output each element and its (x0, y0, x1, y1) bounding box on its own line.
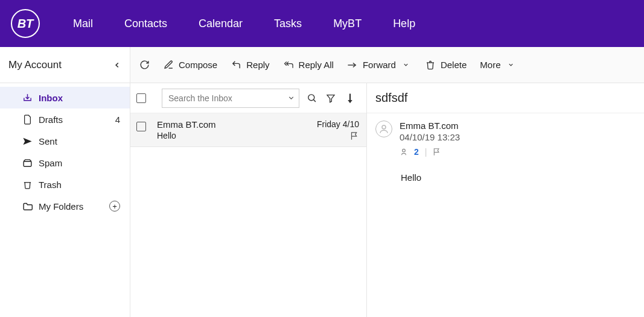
reply-label: Reply (246, 60, 269, 70)
preview-pane: sdfsdf Emma BT.com 04/10/19 13:23 2 | (367, 83, 644, 317)
svg-point-9 (382, 125, 386, 129)
mail-toolbar: Compose Reply Reply All Forward (130, 47, 644, 83)
delete-button[interactable]: Delete (425, 60, 467, 71)
message-row[interactable]: Emma BT.com Hello Friday 4/10 (130, 113, 366, 147)
svg-marker-2 (23, 137, 31, 144)
drafts-icon (22, 115, 33, 125)
compose-button[interactable]: Compose (163, 60, 217, 71)
sent-icon (22, 137, 33, 146)
chevron-left-icon (113, 61, 121, 69)
inbox-icon (22, 93, 33, 103)
message-subject: Hello (157, 131, 317, 140)
svg-rect-3 (24, 161, 31, 166)
preview-datetime: 04/10/19 13:23 (400, 132, 460, 142)
compose-label: Compose (179, 60, 217, 70)
message-date: Friday 4/10 (317, 119, 359, 129)
nav-help[interactable]: Help (393, 17, 415, 30)
search-placeholder: Search the Inbox (168, 93, 232, 103)
svg-point-10 (403, 149, 406, 152)
folder-label: My Folders (39, 201, 83, 212)
svg-point-4 (308, 95, 314, 101)
message-list: Search the Inbox Emma BT.com Hello (130, 83, 367, 317)
refresh-icon (139, 60, 150, 71)
spam-icon (22, 158, 33, 168)
nav-contacts[interactable]: Contacts (124, 17, 167, 30)
preview-meta: Emma BT.com 04/10/19 13:23 2 | (367, 113, 644, 157)
bt-logo[interactable]: BT (11, 9, 40, 38)
avatar-icon (375, 121, 392, 137)
forward-label: Forward (363, 60, 396, 70)
folder-inbox[interactable]: Inbox (0, 87, 130, 108)
account-dropdown[interactable]: My Account (0, 47, 130, 83)
reply-button[interactable]: Reply (231, 60, 269, 71)
refresh-button[interactable] (139, 60, 150, 71)
nav-mail[interactable]: Mail (73, 17, 93, 30)
chevron-down-icon (505, 60, 516, 71)
trash-icon (22, 180, 33, 190)
message-sender: Emma BT.com (157, 119, 317, 130)
nav-calendar[interactable]: Calendar (199, 17, 243, 30)
search-input[interactable]: Search the Inbox (162, 89, 299, 108)
folder-icon (22, 202, 33, 211)
flag-icon[interactable] (350, 131, 359, 140)
more-button[interactable]: More (480, 60, 516, 71)
folder-sidebar: Inbox Drafts 4 Sent Spam Trash (0, 83, 130, 317)
flag-icon[interactable] (433, 148, 441, 156)
compose-icon (163, 60, 174, 71)
forward-button[interactable]: Forward (347, 60, 412, 71)
search-button[interactable] (304, 91, 319, 105)
select-all-checkbox[interactable] (136, 93, 146, 103)
svg-line-5 (313, 99, 316, 102)
reply-icon (231, 60, 241, 71)
reply-all-button[interactable]: Reply All (283, 60, 334, 71)
top-nav: BT Mail Contacts Calendar Tasks MyBT Hel… (0, 0, 644, 47)
folder-label: Trash (39, 180, 62, 190)
toolbar-row: My Account Compose Reply Reply A (0, 47, 644, 83)
trash-icon (425, 60, 436, 71)
drafts-count: 4 (115, 115, 120, 125)
preview-subject: sdfsdf (367, 83, 644, 113)
folder-label: Inbox (39, 93, 63, 103)
nav-tasks[interactable]: Tasks (274, 17, 302, 30)
filter-button[interactable] (324, 91, 338, 105)
recipients-count[interactable]: 2 (414, 147, 419, 157)
person-icon (400, 148, 408, 156)
folder-label: Sent (39, 136, 57, 146)
chevron-down-icon (287, 94, 295, 102)
reply-all-icon (283, 60, 294, 71)
main-area: Inbox Drafts 4 Sent Spam Trash (0, 83, 644, 317)
nav-mybt[interactable]: MyBT (333, 17, 362, 30)
forward-icon (347, 60, 358, 71)
folder-sent[interactable]: Sent (0, 130, 130, 152)
folder-drafts[interactable]: Drafts 4 (0, 108, 130, 130)
preview-sender: Emma BT.com (400, 121, 460, 131)
folder-trash[interactable]: Trash (0, 174, 130, 195)
more-label: More (480, 60, 500, 70)
preview-body: Hello (367, 157, 644, 183)
svg-marker-6 (327, 95, 334, 102)
folder-label: Spam (39, 158, 62, 168)
folder-spam[interactable]: Spam (0, 152, 130, 174)
add-folder-icon[interactable]: + (109, 201, 120, 212)
chevron-down-icon (401, 60, 412, 71)
svg-marker-8 (348, 100, 352, 103)
folder-myfolders[interactable]: My Folders + (0, 195, 130, 217)
message-checkbox[interactable] (136, 122, 146, 131)
reply-all-label: Reply All (299, 60, 334, 70)
account-label: My Account (8, 59, 62, 71)
list-toolbar: Search the Inbox (130, 83, 366, 113)
sort-button[interactable] (343, 91, 357, 105)
folder-label: Drafts (39, 115, 63, 125)
delete-label: Delete (441, 60, 467, 70)
